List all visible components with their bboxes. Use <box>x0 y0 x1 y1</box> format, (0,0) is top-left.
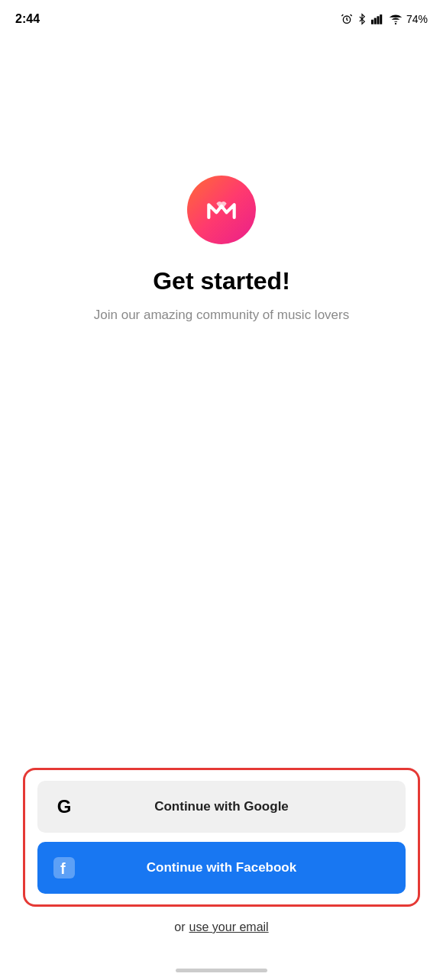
bottom-section: G Continue with Google f Continue with F… <box>0 768 443 934</box>
facebook-signin-button[interactable]: f Continue with Facebook <box>37 842 406 894</box>
home-indicator <box>176 969 267 972</box>
facebook-button-label: Continue with Facebook <box>147 860 296 875</box>
facebook-f-svg: f <box>53 857 75 878</box>
svg-rect-3 <box>377 16 379 24</box>
wifi-icon <box>389 14 403 24</box>
alarm-icon <box>341 13 353 25</box>
page-subheadline: Join our amazing community of music love… <box>94 306 349 324</box>
main-content: Get started! Join our amazing community … <box>0 38 443 324</box>
auth-button-group: G Continue with Google f Continue with F… <box>23 768 420 907</box>
svg-text:f: f <box>60 860 66 877</box>
app-logo <box>187 176 256 244</box>
google-icon: G <box>53 795 76 818</box>
bluetooth-icon <box>357 13 367 25</box>
svg-rect-2 <box>374 18 377 24</box>
svg-point-5 <box>395 23 396 24</box>
svg-rect-4 <box>380 15 382 24</box>
google-button-label: Continue with Google <box>154 799 289 814</box>
google-signin-button[interactable]: G Continue with Google <box>37 781 406 833</box>
status-bar: 2:44 74% <box>0 0 443 38</box>
battery-text: 74% <box>406 13 428 25</box>
signal-icon <box>371 14 385 24</box>
page-headline: Get started! <box>153 267 290 295</box>
or-text: or <box>174 920 185 934</box>
facebook-icon: f <box>53 856 76 879</box>
status-time: 2:44 <box>15 12 40 26</box>
musixmatch-icon <box>202 191 241 229</box>
status-right-icons: 74% <box>341 13 428 25</box>
use-email-link[interactable]: use your email <box>189 920 269 934</box>
email-option-row: or use your email <box>174 920 268 934</box>
system-icons: 74% <box>341 13 428 25</box>
svg-rect-1 <box>371 20 373 24</box>
